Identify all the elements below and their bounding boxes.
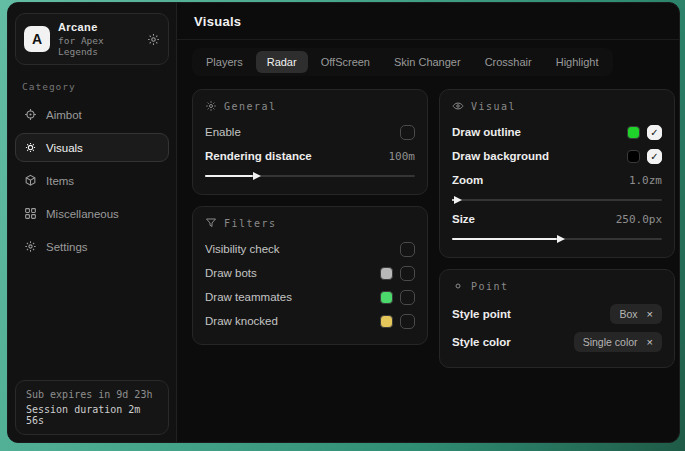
eye-icon xyxy=(452,100,464,112)
general-panel-header: General xyxy=(205,100,415,112)
category-label: Category xyxy=(22,81,169,92)
style-color-row: Style color Single color × xyxy=(452,329,662,355)
visibility-check-label: Visibility check xyxy=(205,243,280,255)
visual-panel-header: Visual xyxy=(452,100,662,112)
draw-background-color-swatch[interactable] xyxy=(627,150,640,163)
panel-title: Point xyxy=(471,281,509,292)
tab-crosshair[interactable]: Crosshair xyxy=(474,51,543,73)
page-title: Visuals xyxy=(194,14,663,29)
draw-background-row: Draw background ✓ xyxy=(452,145,662,167)
eye-icon xyxy=(24,141,37,154)
draw-knocked-checkbox[interactable]: ✓ xyxy=(400,314,415,329)
visibility-check-checkbox[interactable]: ✓ xyxy=(400,242,415,257)
draw-background-checkbox[interactable]: ✓ xyxy=(647,149,662,164)
draw-outline-color-swatch[interactable] xyxy=(627,126,640,139)
rendering-distance-label: Rendering distance xyxy=(205,150,312,162)
app-logo: A xyxy=(24,26,50,52)
rendering-distance-slider[interactable] xyxy=(205,170,415,182)
panel-columns: General Enable ✓ Rendering distance 100m xyxy=(177,76,679,368)
style-color-select[interactable]: Single color × xyxy=(574,332,662,352)
main-content: Visuals Players Radar OffScreen Skin Cha… xyxy=(177,3,679,442)
chip-value: Box xyxy=(619,308,637,320)
general-panel: General Enable ✓ Rendering distance 100m xyxy=(192,89,428,195)
draw-bots-row: Draw bots ✓ xyxy=(205,262,415,284)
sidebar-item-settings[interactable]: Settings xyxy=(15,232,169,261)
enable-row: Enable ✓ xyxy=(205,121,415,143)
style-point-select[interactable]: Box × xyxy=(610,304,662,324)
draw-knocked-label: Draw knocked xyxy=(205,315,278,327)
draw-knocked-controls: ✓ xyxy=(380,314,415,329)
draw-knocked-row: Draw knocked ✓ xyxy=(205,310,415,332)
rendering-distance-group: Rendering distance 100m xyxy=(205,145,415,182)
close-icon[interactable]: × xyxy=(647,309,653,320)
rendering-distance-value: 100m xyxy=(389,150,416,163)
draw-teammates-checkbox[interactable]: ✓ xyxy=(400,290,415,305)
draw-background-label: Draw background xyxy=(452,150,549,162)
dot-icon xyxy=(452,280,464,292)
panel-title: Visual xyxy=(471,101,516,112)
subscription-card: Sub expires in 9d 23h Session duration 2… xyxy=(15,380,169,435)
tab-radar[interactable]: Radar xyxy=(256,51,308,73)
point-panel: Point Style point Box × Style color Sing… xyxy=(439,269,675,368)
size-value: 250.0px xyxy=(616,213,662,226)
size-slider[interactable] xyxy=(452,233,662,245)
brand-card: A Arcane for Apex Legends xyxy=(15,13,169,65)
settings-gear-icon[interactable] xyxy=(147,33,160,46)
style-point-row: Style point Box × xyxy=(452,301,662,327)
tab-highlight[interactable]: Highlight xyxy=(545,51,610,73)
box-icon xyxy=(24,174,37,187)
app-subtitle: for Apex Legends xyxy=(58,35,139,57)
tab-offscreen[interactable]: OffScreen xyxy=(310,51,381,73)
sidebar-item-aimbot[interactable]: Aimbot xyxy=(15,100,169,129)
sidebar-nav: Aimbot Visuals Items xyxy=(15,96,169,261)
slider-thumb[interactable] xyxy=(452,238,557,240)
draw-bots-controls: ✓ xyxy=(380,266,415,281)
right-column: Visual Draw outline ✓ Draw background xyxy=(439,89,675,368)
sidebar-item-label: Visuals xyxy=(46,142,83,154)
point-panel-header: Point xyxy=(452,280,662,292)
style-color-label: Style color xyxy=(452,336,511,348)
draw-teammates-controls: ✓ xyxy=(380,290,415,305)
chip-value: Single color xyxy=(583,336,638,348)
sub-expires-text: Sub expires in 9d 23h xyxy=(26,389,158,400)
draw-teammates-row: Draw teammates ✓ xyxy=(205,286,415,308)
filters-panel-header: Filters xyxy=(205,217,415,229)
tab-players[interactable]: Players xyxy=(195,51,254,73)
draw-outline-label: Draw outline xyxy=(452,126,521,138)
app-name: Arcane xyxy=(58,21,139,33)
slider-thumb[interactable] xyxy=(205,175,253,177)
tab-skin-changer[interactable]: Skin Changer xyxy=(383,51,472,73)
tabbar-row: Players Radar OffScreen Skin Changer Cro… xyxy=(177,40,679,76)
slider-track xyxy=(452,199,662,201)
size-label: Size xyxy=(452,213,475,225)
sidebar-item-label: Aimbot xyxy=(46,109,82,121)
gear-icon xyxy=(205,100,217,112)
left-column: General Enable ✓ Rendering distance 100m xyxy=(192,89,428,345)
sidebar-item-miscellaneous[interactable]: Miscellaneous xyxy=(15,199,169,228)
draw-knocked-color-swatch[interactable] xyxy=(380,315,393,328)
sidebar-item-label: Settings xyxy=(46,241,88,253)
draw-bots-checkbox[interactable]: ✓ xyxy=(400,266,415,281)
draw-outline-row: Draw outline ✓ xyxy=(452,121,662,143)
sidebar-item-label: Items xyxy=(46,175,74,187)
sidebar-item-label: Miscellaneous xyxy=(46,208,119,220)
sidebar-item-items[interactable]: Items xyxy=(15,166,169,195)
zoom-value: 1.0zm xyxy=(629,174,662,187)
panel-title: General xyxy=(224,101,277,112)
enable-checkbox[interactable]: ✓ xyxy=(400,125,415,140)
close-icon[interactable]: × xyxy=(647,337,653,348)
sidebar-spacer xyxy=(15,261,169,380)
size-group: Size 250.0px xyxy=(452,208,662,245)
zoom-slider[interactable] xyxy=(452,194,662,206)
tabbar: Players Radar OffScreen Skin Changer Cro… xyxy=(192,48,613,76)
draw-teammates-color-swatch[interactable] xyxy=(380,291,393,304)
sidebar-item-visuals[interactable]: Visuals xyxy=(15,133,169,162)
main-header: Visuals xyxy=(177,3,679,40)
draw-bots-color-swatch[interactable] xyxy=(380,267,393,280)
panel-title: Filters xyxy=(224,218,277,229)
sidebar: A Arcane for Apex Legends Category xyxy=(8,3,177,442)
draw-outline-checkbox[interactable]: ✓ xyxy=(647,125,662,140)
app-window: A Arcane for Apex Legends Category xyxy=(7,2,680,443)
brand-text: Arcane for Apex Legends xyxy=(58,21,139,57)
slider-thumb[interactable] xyxy=(452,199,454,201)
